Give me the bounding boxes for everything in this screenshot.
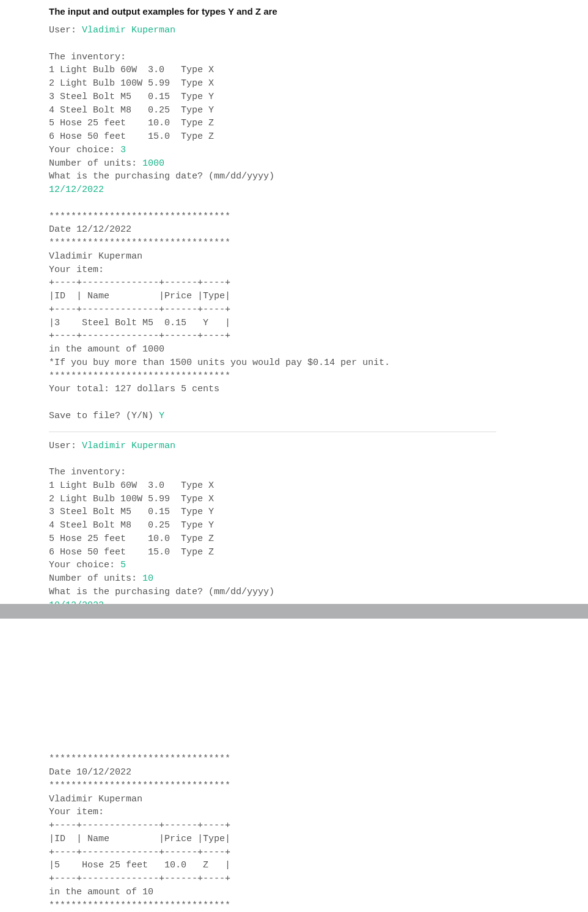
divider-stars: *********************************: [49, 238, 230, 248]
divider-stars: *********************************: [49, 781, 230, 791]
terminal-example-2b: ********************************* Date 1…: [49, 752, 588, 912]
inventory-line: 5 Hose 25 feet 10.0 Type Z: [49, 534, 214, 544]
table-border: +----+--------------+------+----+: [49, 304, 230, 315]
divider-stars: *********************************: [49, 754, 230, 764]
choice-value: 5: [120, 560, 126, 570]
table-border: +----+--------------+------+----+: [49, 278, 230, 288]
choice-prompt: Your choice:: [49, 145, 120, 155]
terminal-example-1: User: Vladimir Kuperman The inventory: 1…: [49, 24, 588, 423]
inventory-line: 1 Light Bulb 60W 3.0 Type X: [49, 480, 214, 491]
table-header: |ID | Name |Price |Type|: [49, 291, 230, 301]
inventory-line: 1 Light Bulb 60W 3.0 Type X: [49, 65, 214, 75]
inventory-line: 4 Steel Bolt M8 0.25 Type Y: [49, 105, 214, 116]
amount-line: in the amount of 1000: [49, 344, 164, 355]
choice-value: 3: [120, 145, 126, 155]
user-prompt: User:: [49, 441, 82, 451]
bonus-line: *If you buy more than 1500 units you wou…: [49, 358, 390, 368]
user-name: Vladimir Kuperman: [82, 441, 175, 451]
units-prompt: Number of units:: [49, 158, 142, 169]
save-prompt: Save to file? (Y/N): [49, 411, 159, 421]
divider-stars: *********************************: [49, 211, 230, 222]
divider-stars: *********************************: [49, 371, 230, 381]
amount-line: in the amount of 10: [49, 887, 153, 897]
table-border: +----+--------------+------+----+: [49, 331, 230, 341]
inventory-line: 2 Light Bulb 100W 5.99 Type X: [49, 494, 214, 504]
your-item-label: Your item:: [49, 265, 104, 275]
choice-prompt: Your choice:: [49, 560, 120, 570]
table-row: |3 Steel Bolt M5 0.15 Y |: [49, 318, 230, 328]
inventory-line: 6 Hose 50 feet 15.0 Type Z: [49, 131, 214, 142]
total-line: Your total: 127 dollars 5 cents: [49, 384, 219, 394]
inventory-line: 5 Hose 25 feet 10.0 Type Z: [49, 118, 214, 128]
units-prompt: Number of units:: [49, 573, 142, 584]
divider-stars: *********************************: [49, 900, 230, 911]
table-header: |ID | Name |Price |Type|: [49, 834, 230, 844]
inventory-line: 4 Steel Bolt M8 0.25 Type Y: [49, 520, 214, 531]
inventory-line: 6 Hose 50 feet 15.0 Type Z: [49, 547, 214, 557]
units-value: 10: [142, 573, 153, 584]
terminal-example-2a: User: Vladimir Kuperman The inventory: 1…: [49, 439, 588, 612]
your-item-label: Your item:: [49, 807, 104, 817]
date-line: Date 12/12/2022: [49, 224, 131, 235]
units-value: 1000: [142, 158, 164, 169]
example-divider: [49, 432, 496, 432]
user-prompt: User:: [49, 25, 82, 35]
date-line: Date 10/12/2022: [49, 767, 131, 778]
date-prompt: What is the purchasing date? (mm/dd/yyyy…: [49, 171, 274, 182]
table-border: +----+--------------+------+----+: [49, 873, 230, 884]
date-prompt: What is the purchasing date? (mm/dd/yyyy…: [49, 587, 274, 597]
page-break-band: [0, 604, 588, 619]
date-value: 12/12/2022: [49, 185, 104, 195]
user-name-out: Vladimir Kuperman: [49, 251, 142, 262]
save-answer: Y: [159, 411, 164, 421]
inventory-line: 3 Steel Bolt M5 0.15 Type Y: [49, 92, 214, 102]
inventory-line: 3 Steel Bolt M5 0.15 Type Y: [49, 507, 214, 517]
table-border: +----+--------------+------+----+: [49, 847, 230, 858]
user-name-out: Vladimir Kuperman: [49, 794, 142, 804]
table-row: |5 Hose 25 feet 10.0 Z |: [49, 860, 230, 870]
inventory-line: 2 Light Bulb 100W 5.99 Type X: [49, 78, 214, 89]
inventory-header: The inventory:: [49, 467, 126, 477]
user-name: Vladimir Kuperman: [82, 25, 175, 35]
section-heading: The input and output examples for types …: [49, 6, 588, 17]
inventory-header: The inventory:: [49, 52, 126, 62]
table-border: +----+--------------+------+----+: [49, 820, 230, 831]
page-break-gap: [49, 612, 588, 752]
